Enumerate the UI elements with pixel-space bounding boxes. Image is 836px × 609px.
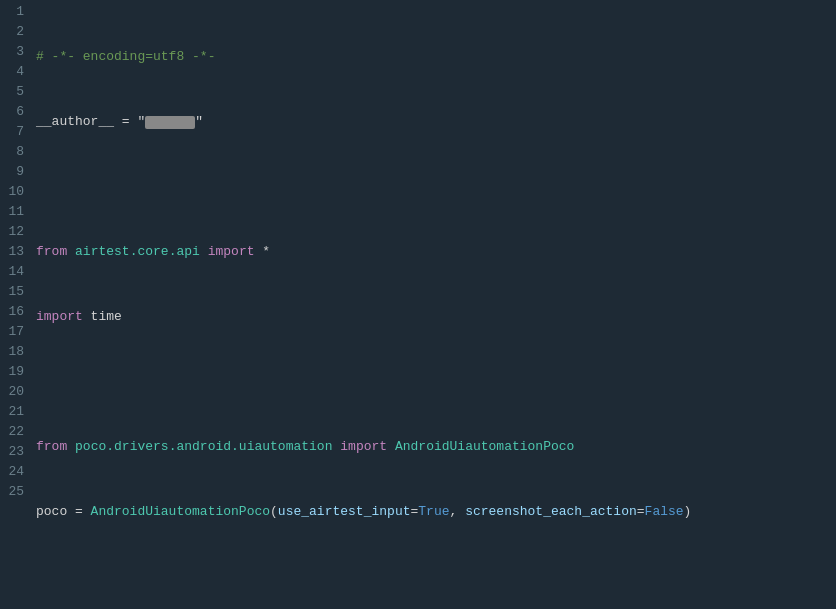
line-num-6: 6 [0, 102, 32, 122]
code-line-9 [36, 567, 836, 587]
code-line-4: from airtest.core.api import * [36, 242, 836, 262]
line4-star: * [254, 242, 270, 262]
line-num-21: 21 [0, 402, 32, 422]
line4-from: from [36, 242, 67, 262]
line8-paren: ( [270, 502, 278, 522]
line-num-1: 1 [0, 2, 32, 22]
line8-eq2: = [637, 502, 645, 522]
code-editor: 1 2 3 4 5 6 7 8 9 10 11 12 13 14 15 16 1… [0, 0, 836, 609]
line5-time: time [83, 307, 122, 327]
line8-eq1: = [410, 502, 418, 522]
line-num-3: 3 [0, 42, 32, 62]
code-line-8: poco = AndroidUiautomationPoco ( use_air… [36, 502, 836, 522]
code-line-7: from poco.drivers.android.uiautomation i… [36, 437, 836, 457]
line7-class: AndroidUiautomationPoco [395, 437, 574, 457]
line7-module: poco.drivers.android.uiautomation [75, 437, 332, 457]
line-num-10: 10 [0, 182, 32, 202]
line-num-9: 9 [0, 162, 32, 182]
line7-sp1 [67, 437, 75, 457]
line-num-13: 13 [0, 242, 32, 262]
line-num-11: 11 [0, 202, 32, 222]
line-num-12: 12 [0, 222, 32, 242]
line7-sp2 [332, 437, 340, 457]
line1-text: # -*- encoding=utf8 -*- [36, 47, 215, 67]
line5-import: import [36, 307, 83, 327]
line-num-19: 19 [0, 362, 32, 382]
line4-module: airtest.core.api [75, 242, 200, 262]
line7-import: import [340, 437, 387, 457]
line4-space2 [200, 242, 208, 262]
line7-from: from [36, 437, 67, 457]
author-blurred [145, 116, 195, 129]
line8-close: ) [684, 502, 692, 522]
line-num-16: 16 [0, 302, 32, 322]
code-line-2: __author__ = " " [36, 112, 836, 132]
line8-class: AndroidUiautomationPoco [91, 502, 270, 522]
line-num-7: 7 [0, 122, 32, 142]
line-num-20: 20 [0, 382, 32, 402]
code-line-3 [36, 177, 836, 197]
line-numbers: 1 2 3 4 5 6 7 8 9 10 11 12 13 14 15 16 1… [0, 0, 32, 609]
line-num-8: 8 [0, 142, 32, 162]
line-num-17: 17 [0, 322, 32, 342]
line-num-18: 18 [0, 342, 32, 362]
code-content: # -*- encoding=utf8 -*- __author__ = " "… [32, 0, 836, 609]
line-num-22: 22 [0, 422, 32, 442]
line8-param2: screenshot_each_action [465, 502, 637, 522]
code-line-6 [36, 372, 836, 392]
line8-poco: poco = [36, 502, 91, 522]
code-line-1: # -*- encoding=utf8 -*- [36, 47, 836, 67]
line-num-23: 23 [0, 442, 32, 462]
line8-param1: use_airtest_input [278, 502, 411, 522]
line2-close-quote: " [195, 112, 203, 132]
line2-author: __author__ = " [36, 112, 145, 132]
line4-space1 [67, 242, 75, 262]
line-num-2: 2 [0, 22, 32, 42]
line-num-15: 15 [0, 282, 32, 302]
line8-comma: , [450, 502, 466, 522]
line-num-25: 25 [0, 482, 32, 502]
line-num-4: 4 [0, 62, 32, 82]
line8-true: True [418, 502, 449, 522]
line-num-24: 24 [0, 462, 32, 482]
line8-false: False [645, 502, 684, 522]
code-line-5: import time [36, 307, 836, 327]
line-num-5: 5 [0, 82, 32, 102]
line7-sp3 [387, 437, 395, 457]
line4-import: import [208, 242, 255, 262]
line-num-14: 14 [0, 262, 32, 282]
